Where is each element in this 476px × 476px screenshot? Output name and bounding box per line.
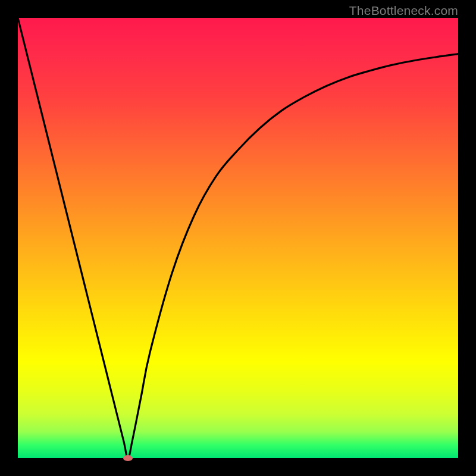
bottleneck-curve xyxy=(18,18,458,458)
curve-svg xyxy=(18,18,458,458)
watermark-text: TheBottleneck.com xyxy=(349,4,458,18)
plot-area xyxy=(18,18,458,458)
chart-frame: TheBottleneck.com xyxy=(0,0,476,476)
minimum-marker xyxy=(123,455,133,461)
